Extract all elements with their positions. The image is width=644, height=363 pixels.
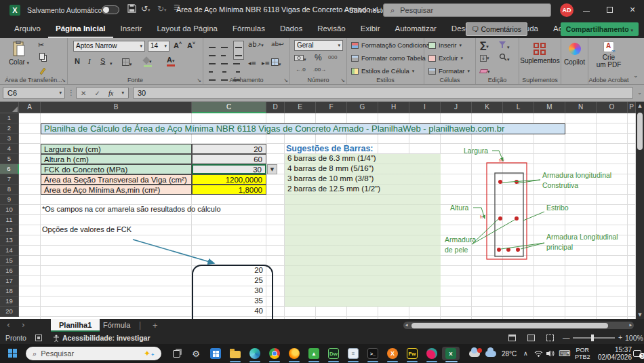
avatar[interactable]: AD <box>560 3 573 17</box>
start-button[interactable] <box>8 349 17 358</box>
clear-icon[interactable]: ▾ <box>480 66 490 75</box>
grid-column-A[interactable] <box>19 113 41 319</box>
column-header-F[interactable]: F <box>316 102 347 113</box>
confirm-entry-icon[interactable]: ✓ <box>95 90 100 97</box>
wifi-icon[interactable] <box>534 344 543 363</box>
column-header-L[interactable]: L <box>503 102 534 113</box>
insert-cells-button[interactable]: Inserir▾ <box>428 41 462 49</box>
collapse-ribbon-icon[interactable]: ⌄ <box>633 72 639 79</box>
hidden-icons-chevron[interactable]: ∧ <box>523 344 528 363</box>
row-header-5[interactable]: 5 <box>0 154 19 164</box>
row-header-20[interactable]: 20 <box>0 307 19 317</box>
task-view-icon[interactable] <box>168 347 184 360</box>
save-icon[interactable] <box>127 4 136 15</box>
weather-widget[interactable]: 28°C <box>485 344 517 363</box>
font-dialog-launcher[interactable]: ↘ <box>197 77 201 83</box>
firefox-icon[interactable] <box>286 347 302 360</box>
merge-center-icon[interactable]: ▾ <box>271 58 281 67</box>
row-header-17[interactable]: 17 <box>0 276 19 286</box>
row-header-19[interactable]: 19 <box>0 297 19 307</box>
row-header-12[interactable]: 12 <box>0 225 19 235</box>
copy-icon[interactable] <box>39 53 45 61</box>
zoom-slider-thumb[interactable] <box>591 335 594 341</box>
column-header-J[interactable]: J <box>441 102 472 113</box>
ribbon-tab-dados[interactable]: Dados <box>273 20 310 38</box>
settings-icon[interactable]: ⚙ <box>188 347 204 360</box>
result-label-0[interactable]: Área da Seção Transversal da Viga (cm²) <box>41 174 192 185</box>
create-pdf-button[interactable]: A ∞ Crie um PDF <box>588 41 629 69</box>
ribbon-tab-automatizar[interactable]: Automatizar <box>388 20 444 38</box>
cut-icon[interactable]: ✂ <box>38 41 44 50</box>
input-value-1[interactable]: 60 <box>192 154 266 164</box>
ribbon-tab-página-inicial[interactable]: Página Inicial <box>48 20 113 38</box>
row-header-2[interactable]: 2 <box>0 123 19 134</box>
scroll-left-icon[interactable]: ◂ <box>405 322 408 329</box>
column-header-E[interactable]: E <box>285 102 316 113</box>
cancel-entry-icon[interactable]: ✕ <box>81 90 86 97</box>
sheet-tab-planilha1[interactable]: Planilha1 <box>51 319 100 332</box>
font-size-select[interactable]: 14▾ <box>148 41 169 52</box>
prev-sheet-icon[interactable]: ‹ <box>7 319 10 332</box>
font-color-icon[interactable]: A▾ <box>167 56 175 66</box>
column-header-I[interactable]: I <box>409 102 441 113</box>
row-header-18[interactable]: 18 <box>0 286 19 297</box>
ribbon-tab-fórmulas[interactable]: Fórmulas <box>225 20 273 38</box>
worksheet[interactable]: ABCDEFGHIJKLMNOP 12345678910111213141516… <box>0 102 644 319</box>
macro-record-icon[interactable] <box>35 334 42 342</box>
fireworks-icon[interactable]: Fw <box>404 347 420 360</box>
input-value-0[interactable]: 20 <box>192 144 266 154</box>
name-box[interactable]: C6▾ <box>3 87 65 99</box>
increase-decimal-icon[interactable]: ←.0 <box>296 66 306 73</box>
align-bottom-icon[interactable] <box>233 41 244 60</box>
row-header-7[interactable]: 7 <box>0 174 19 185</box>
alignment-dialog-launcher[interactable]: ↘ <box>283 77 288 83</box>
accessibility-status[interactable]: Acessibilidade: investigar <box>62 334 150 342</box>
page-layout-view-icon[interactable] <box>527 335 535 341</box>
row-header-9[interactable]: 9 <box>0 195 19 205</box>
column-header-O[interactable]: O <box>597 102 628 113</box>
number-dialog-launcher[interactable]: ↘ <box>340 77 345 83</box>
column-header-A[interactable]: A <box>19 102 41 113</box>
underline-caret[interactable]: ▾ <box>110 61 113 66</box>
column-header-M[interactable]: M <box>534 102 565 113</box>
input-label-0[interactable]: Largura bw (cm) <box>41 144 192 154</box>
result-value-1[interactable]: 1,8000 <box>192 185 266 195</box>
font-name-select[interactable]: Aptos Narrow▾ <box>73 41 145 52</box>
language-indicator[interactable]: POR PTB2 <box>575 344 590 363</box>
borders-icon[interactable]: ▾ <box>122 58 132 67</box>
next-sheet-icon[interactable]: › <box>22 319 25 332</box>
share-button[interactable]: Compartilhamento ▾ <box>561 22 639 36</box>
scroll-down-icon[interactable]: ▼ <box>636 312 644 318</box>
new-sheet-icon[interactable]: + <box>153 319 158 332</box>
insert-function-icon[interactable]: fx <box>108 90 113 97</box>
minimize-button[interactable] <box>575 0 598 20</box>
percent-icon[interactable]: % <box>315 53 322 62</box>
delete-cells-button[interactable]: Excluir▾ <box>428 54 463 62</box>
clock[interactable]: 15:37 02/04/2026 <box>594 344 632 363</box>
sort-filter-icon[interactable]: ▾ <box>499 41 510 50</box>
column-header-P[interactable]: P <box>628 102 636 113</box>
zoom-in-icon[interactable]: + <box>618 333 622 341</box>
taskbar-search[interactable]: ⌕Pesquisar ✦✦ <box>26 347 161 360</box>
comma-style-icon[interactable]: 000 <box>328 54 337 60</box>
zoom-level[interactable]: 100% <box>625 334 643 342</box>
decrease-decimal-icon[interactable]: .00→ <box>313 66 326 73</box>
keyboard-icon[interactable]: ⌨ <box>559 344 570 363</box>
onedrive-icon[interactable] <box>466 347 483 360</box>
result-label-1[interactable]: Área de Aço Mínima As,min (cm²) <box>41 185 192 195</box>
fill-icon[interactable]: ↓▾ <box>480 53 489 62</box>
clipboard-dialog-launcher[interactable]: ↘ <box>61 77 66 83</box>
find-select-icon[interactable]: ▾ <box>499 53 510 62</box>
row-header-1[interactable]: 1 <box>0 113 19 123</box>
column-header-K[interactable]: K <box>472 102 503 113</box>
image-viewer-icon[interactable]: ▲ <box>306 347 322 360</box>
column-header-B[interactable]: B <box>41 102 192 113</box>
database-app-icon[interactable] <box>424 347 440 360</box>
input-value-2[interactable]: 30 <box>192 164 266 174</box>
column-header-G[interactable]: G <box>347 102 378 113</box>
expand-formula-bar-icon[interactable]: ⌄ <box>637 90 642 96</box>
number-format-select[interactable]: Geral▾ <box>294 40 343 51</box>
input-label-1[interactable]: Altura h (cm) <box>41 154 192 164</box>
format-painter-icon[interactable] <box>39 66 47 76</box>
vertical-scroll-thumb[interactable] <box>637 113 643 150</box>
